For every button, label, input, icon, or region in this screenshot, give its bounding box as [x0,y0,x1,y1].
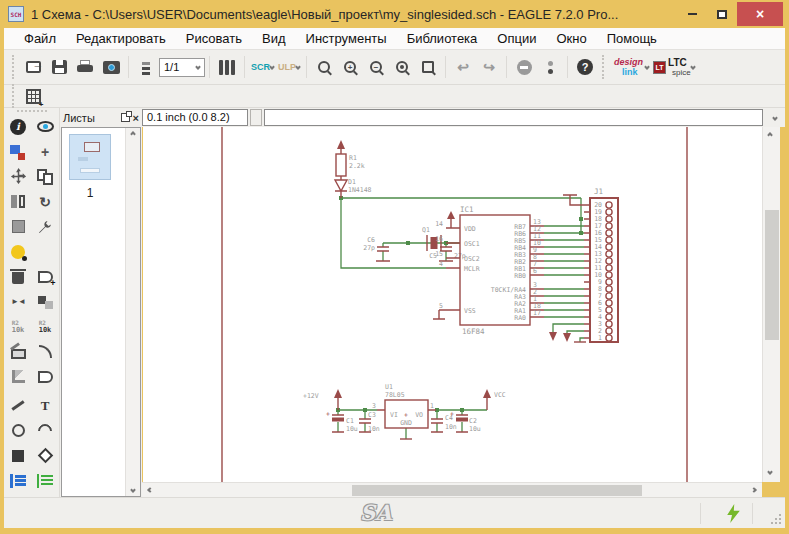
go-button[interactable] [537,55,563,79]
minimize-icon [688,13,697,15]
zoom-out-button[interactable]: − [363,55,389,79]
menu-tools[interactable]: Инструменты [296,29,397,48]
wire-button[interactable] [6,393,31,418]
arc-icon [35,421,55,441]
component-r1[interactable]: R1 2.2k [336,140,365,180]
sheet-thumbnail[interactable] [69,134,111,180]
ltcspice-button[interactable]: LT LTCspice [651,55,697,79]
zoom-redraw-button[interactable] [389,55,415,79]
gate-icon [38,371,53,383]
zoom-select-button[interactable] [415,55,441,79]
close-button[interactable]: × [737,2,783,26]
rotate-button[interactable]: ↻ [33,189,58,214]
print-button[interactable] [72,55,98,79]
menu-options[interactable]: Опции [487,29,546,48]
help-button[interactable]: ? [572,55,598,79]
paste-button[interactable] [6,239,31,264]
menu-library[interactable]: Библиотека [397,29,488,48]
change-button[interactable] [33,214,58,239]
toolbar-handle[interactable] [12,84,16,108]
minimize-button[interactable] [677,3,707,25]
group-button[interactable] [6,214,31,239]
board-button[interactable] [214,55,240,79]
zoom-fit-button[interactable] [311,55,337,79]
stop-button[interactable] [511,55,537,79]
horizontal-scroll-thumb[interactable] [352,485,642,496]
svg-text:6: 6 [533,267,537,275]
run-ulp-button[interactable]: ULP [276,55,302,79]
menu-draw[interactable]: Рисовать [176,29,252,48]
designlink-button[interactable]: design link [610,55,651,79]
toolbar-handle[interactable] [12,55,16,79]
chevron-down-icon [195,64,201,70]
smash-button[interactable] [6,339,31,364]
horizontal-scrollbar[interactable] [142,482,762,497]
sheet-switch-button[interactable] [133,55,159,79]
zoom-in-button[interactable]: + [337,55,363,79]
svg-text:D1: D1 [348,178,356,186]
component-c1[interactable]: + C1 10u [326,410,358,433]
show-button[interactable] [33,114,58,139]
bus-button[interactable] [6,468,31,493]
invoke-button[interactable] [33,364,58,389]
rect-button[interactable] [6,443,31,468]
pinswap-button[interactable]: ►◄ [6,289,31,314]
resize-grip[interactable] [771,514,781,524]
move-button[interactable] [6,164,31,189]
menu-file[interactable]: Файл [14,29,66,48]
text-button[interactable]: T [33,393,58,418]
menu-view[interactable]: Вид [252,29,296,48]
copy-button[interactable] [33,164,58,189]
display-button[interactable] [6,139,31,164]
scroll-down-icon [767,469,773,475]
menu-edit[interactable]: Редактировать [66,29,176,48]
mark-button[interactable]: + [33,139,58,164]
info-button[interactable]: i [6,114,31,139]
value-button[interactable]: R210k [33,314,58,339]
name-button[interactable]: R210k [6,314,31,339]
miter-button[interactable] [33,339,58,364]
component-c3[interactable]: C3 10n [359,411,380,433]
rect-icon [12,450,24,462]
vertical-scroll-thumb[interactable] [765,210,779,340]
toolbar-handle[interactable] [602,55,606,79]
net-button[interactable] [33,468,58,493]
coordinate-split-button[interactable] [250,109,262,126]
arc-button[interactable] [33,418,58,443]
component-ic1[interactable]: IC1 16F84 14 16 15 4 5 VDD OSC1 OSC2 MCL… [433,205,544,336]
split-button[interactable] [6,364,31,389]
cut-button[interactable] [33,239,58,264]
sheets-scrollbar[interactable] [125,128,140,496]
run-script-button[interactable]: SCR [249,55,276,79]
menu-help[interactable]: Помощь [597,29,667,48]
svg-text:3: 3 [372,402,376,410]
maximize-button[interactable] [707,3,737,25]
mirror-button[interactable] [6,189,31,214]
component-j1[interactable]: J1 20 19 18 17 16 15 14 13 12 11 10 9 8 … [584,187,618,342]
schematic-canvas[interactable]: R1 2.2k D1 1N4148 Q1 C6 27p C5 [143,127,762,482]
menu-window[interactable]: Окно [546,29,596,48]
open-button[interactable] [20,55,46,79]
ltcspice-icon: LT LTCspice [653,57,691,77]
zoom-redraw-icon [396,61,408,73]
grid-button[interactable] [20,84,46,108]
vertical-scrollbar[interactable] [762,127,780,482]
command-history-button[interactable] [765,116,785,120]
ulp-icon: ULP [278,62,296,72]
command-input[interactable] [264,109,763,126]
replace-button[interactable] [33,289,58,314]
redo-button[interactable]: ↪ [476,55,502,79]
sheet-selector[interactable]: 1/1 [159,58,205,77]
component-d1[interactable]: D1 1N4148 [335,178,372,198]
circle-button[interactable] [6,418,31,443]
delete-button[interactable] [6,264,31,289]
polygon-button[interactable] [33,443,58,468]
close-panel-icon[interactable]: × [133,112,139,124]
component-c6[interactable]: C6 27p [363,236,390,261]
palette-handle[interactable] [17,110,47,112]
add-button[interactable] [33,264,58,289]
cam-processor-button[interactable] [98,55,124,79]
save-button[interactable] [46,55,72,79]
float-panel-icon[interactable] [121,113,130,122]
undo-button[interactable]: ↩ [450,55,476,79]
